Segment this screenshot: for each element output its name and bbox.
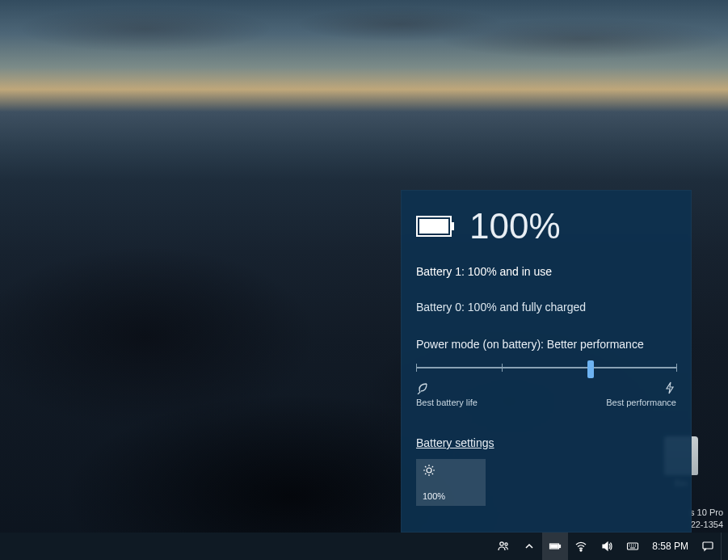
brightness-value: 100% [423, 491, 445, 501]
slider-left-label: Best battery life [416, 398, 478, 407]
svg-rect-10 [628, 543, 638, 549]
svg-point-3 [427, 468, 431, 473]
tray-chevron-up-icon[interactable] [516, 533, 542, 560]
svg-rect-2 [452, 222, 454, 230]
leaf-icon [416, 381, 429, 396]
tray-clock[interactable]: 8:58 PM [646, 533, 695, 560]
windows-watermark: s 10 Pro 22-1354 [690, 507, 723, 531]
svg-rect-8 [559, 545, 561, 548]
brightness-icon [423, 469, 436, 478]
action-center-icon[interactable] [695, 533, 721, 560]
tray-volume-icon[interactable] [594, 533, 620, 560]
taskbar: 8:58 PM [0, 533, 728, 560]
tray-wifi-icon[interactable] [568, 533, 594, 560]
svg-rect-11 [703, 542, 713, 549]
power-mode-label: Power mode (on battery): Better performa… [416, 338, 676, 351]
system-tray: 8:58 PM [490, 533, 726, 560]
slider-tick [676, 364, 677, 372]
wallpaper-clouds [0, 0, 728, 97]
watermark-line2: 22-1354 [690, 519, 723, 531]
svg-point-5 [505, 543, 507, 545]
tray-keyboard-icon[interactable] [620, 533, 646, 560]
people-icon[interactable] [490, 533, 516, 560]
battery-percent-large: 100% [469, 208, 561, 244]
slider-thumb[interactable] [587, 360, 594, 378]
watermark-line1: s 10 Pro [690, 507, 723, 519]
slider-end-right: Best performance [606, 381, 676, 407]
brightness-tile[interactable]: 100% [416, 459, 486, 506]
svg-rect-1 [419, 219, 448, 234]
slider-track [416, 367, 676, 368]
slider-tick [416, 364, 417, 372]
show-desktop-button[interactable] [721, 533, 726, 560]
battery-1-status: Battery 1: 100% and in use [416, 262, 676, 281]
power-mode-slider[interactable] [416, 359, 676, 377]
svg-point-9 [580, 549, 582, 551]
battery-large-icon [416, 216, 455, 237]
battery-0-status: Battery 0: 100% and fully charged [416, 297, 676, 317]
slider-tick [502, 364, 503, 372]
slider-right-label: Best performance [606, 398, 676, 407]
battery-flyout: 100% Battery 1: 100% and in use Battery … [401, 190, 692, 533]
battery-settings-link[interactable]: Battery settings [416, 436, 494, 449]
tray-battery-icon[interactable] [542, 533, 568, 560]
slider-end-left: Best battery life [416, 381, 478, 407]
svg-rect-7 [551, 545, 558, 548]
svg-point-4 [500, 542, 503, 545]
bolt-icon [663, 381, 676, 396]
